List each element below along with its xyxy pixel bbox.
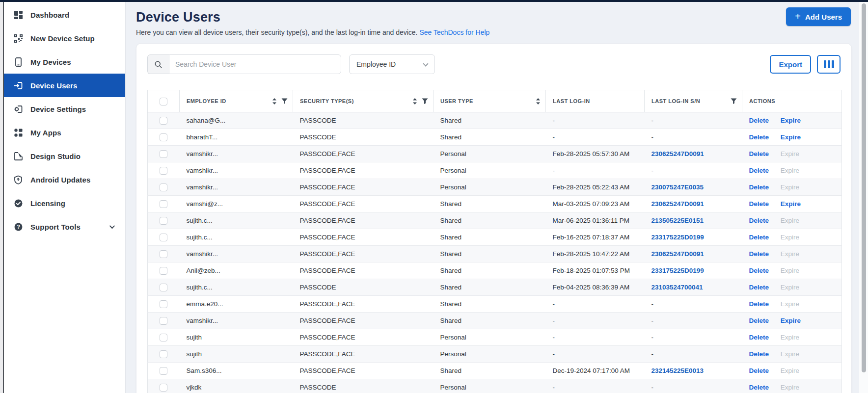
user-type-cell: Personal	[434, 329, 546, 346]
row-checkbox[interactable]	[160, 200, 167, 208]
actions-cell: Delete Expire	[742, 329, 842, 346]
column-header-employee_id[interactable]: EMPLOYEE ID	[180, 90, 293, 112]
filter-icon[interactable]	[731, 98, 737, 105]
row-checkbox[interactable]	[160, 133, 167, 141]
row-checkbox[interactable]	[160, 234, 167, 241]
expire-link[interactable]: Expire	[781, 117, 801, 124]
sidebar-item-licensing[interactable]: Licensing	[4, 191, 125, 215]
table-row: vamshi@z... PASSCODE,FACE Shared Mar-03-…	[148, 196, 842, 212]
serial-number-link[interactable]: 230625247D0091	[651, 200, 704, 208]
row-checkbox[interactable]	[160, 384, 167, 392]
sidebar-item-android-updates[interactable]: Android Updates	[4, 168, 125, 191]
row-checkbox[interactable]	[160, 250, 167, 258]
last-login-sn-cell: -	[645, 346, 742, 363]
delete-link[interactable]: Delete	[749, 234, 769, 241]
row-checkbox[interactable]	[160, 367, 167, 375]
sort-icon[interactable]	[412, 98, 417, 105]
sidebar-item-my-devices[interactable]: My Devices	[4, 50, 125, 74]
column-header-last_login_sn[interactable]: LAST LOG-IN S/N	[645, 90, 742, 112]
serial-number-link[interactable]: 233175225D0199	[651, 267, 704, 274]
serial-number-link[interactable]: 213505225E0151	[651, 217, 704, 224]
row-checkbox[interactable]	[160, 167, 167, 175]
page-subtitle: Here you can view all device users, thei…	[136, 28, 859, 36]
table-row: vamshikr... PASSCODE,FACE Shared - - Del…	[148, 313, 842, 329]
actions-cell: Delete Expire	[742, 162, 842, 179]
search-field-dropdown[interactable]: Employee ID	[349, 54, 435, 74]
row-checkbox[interactable]	[160, 334, 167, 341]
sidebar-item-device-settings[interactable]: Device Settings	[4, 97, 125, 121]
employee-id-cell: vamshikr...	[180, 162, 293, 179]
sidebar-nav: Dashboard New Device Setup My Devices De…	[4, 2, 126, 393]
serial-number-link[interactable]: 230625247D0091	[651, 150, 704, 157]
delete-link[interactable]: Delete	[749, 250, 769, 258]
last-login-sn-cell: -	[645, 129, 742, 146]
row-checkbox[interactable]	[160, 267, 167, 275]
select-all-checkbox[interactable]	[160, 98, 167, 105]
scrollbar-track[interactable]	[859, 0, 868, 393]
row-checkbox[interactable]	[160, 117, 167, 125]
actions-cell: Delete Expire	[742, 262, 842, 279]
sort-icon[interactable]	[272, 98, 277, 105]
filter-icon[interactable]	[281, 98, 288, 105]
sidebar-item-design-studio[interactable]: Design Studio	[4, 144, 125, 168]
expire-link[interactable]: Expire	[781, 133, 801, 141]
serial-number-link[interactable]: 233175225D0199	[651, 234, 704, 241]
column-settings-button[interactable]	[817, 55, 841, 74]
row-checkbox[interactable]	[160, 183, 167, 191]
delete-link[interactable]: Delete	[749, 384, 769, 391]
row-checkbox[interactable]	[160, 300, 167, 308]
employee-id-cell: Sam.s306...	[180, 363, 293, 379]
actions-cell: Delete Expire	[742, 246, 842, 262]
sidebar-item-my-apps[interactable]: My Apps	[4, 121, 125, 144]
add-users-button[interactable]: + Add Users	[786, 7, 851, 26]
scrollbar-thumb[interactable]	[862, 3, 866, 372]
delete-link[interactable]: Delete	[749, 150, 769, 157]
sidebar-item-device-users[interactable]: Device Users	[4, 74, 125, 97]
row-checkbox[interactable]	[160, 217, 167, 225]
sort-icon[interactable]	[536, 98, 541, 105]
serial-number-link[interactable]: 230625247D0091	[651, 250, 704, 258]
row-checkbox[interactable]	[160, 284, 167, 291]
serial-number-link[interactable]: 230075247E0035	[651, 183, 704, 191]
sidebar-item-dashboard[interactable]: Dashboard	[4, 3, 125, 26]
delete-link[interactable]: Delete	[749, 167, 769, 174]
techdocs-help-link[interactable]: See TechDocs for Help	[419, 28, 489, 36]
user-type-cell: Personal	[434, 379, 546, 393]
security-type-cell: PASSCODE	[293, 379, 434, 393]
delete-link[interactable]: Delete	[749, 350, 769, 358]
phone-icon	[13, 56, 24, 67]
row-checkbox[interactable]	[160, 350, 167, 358]
expire-link[interactable]: Expire	[781, 317, 801, 324]
delete-link[interactable]: Delete	[749, 300, 769, 308]
delete-link[interactable]: Delete	[749, 317, 769, 324]
delete-link[interactable]: Delete	[749, 183, 769, 191]
row-checkbox[interactable]	[160, 150, 167, 158]
delete-link[interactable]: Delete	[749, 334, 769, 341]
serial-number-link[interactable]: 232145225E0013	[651, 367, 704, 374]
delete-link[interactable]: Delete	[749, 367, 769, 374]
column-header-actions[interactable]: ACTIONS	[742, 90, 842, 112]
column-header-last_login[interactable]: LAST LOG-IN	[546, 90, 645, 112]
row-checkbox[interactable]	[160, 317, 167, 325]
sidebar-item-new-device-setup[interactable]: New Device Setup	[4, 26, 125, 50]
sidebar-item-label: Support Tools	[30, 223, 81, 231]
delete-link[interactable]: Delete	[749, 217, 769, 224]
delete-link[interactable]: Delete	[749, 284, 769, 291]
chevron-down-icon	[109, 223, 115, 229]
column-header-security[interactable]: SECURITY TYPE(S)	[293, 90, 434, 112]
serial-number-link[interactable]: 23103524700041	[651, 284, 703, 291]
last-login-sn-cell: -	[645, 296, 742, 313]
employee-id-cell: sahana@G...	[180, 112, 293, 129]
last-login-cell: -	[546, 296, 645, 313]
filter-icon[interactable]	[422, 98, 428, 105]
security-type-cell: PASSCODE,FACE	[293, 246, 434, 262]
expire-link[interactable]: Expire	[781, 200, 801, 208]
delete-link[interactable]: Delete	[749, 267, 769, 274]
delete-link[interactable]: Delete	[749, 133, 769, 141]
sidebar-item-support-tools[interactable]: ? Support Tools	[4, 215, 125, 238]
search-input[interactable]	[169, 54, 341, 74]
delete-link[interactable]: Delete	[749, 200, 769, 208]
delete-link[interactable]: Delete	[749, 117, 769, 124]
export-button[interactable]: Export	[770, 55, 811, 74]
column-header-user_type[interactable]: USER TYPE	[434, 90, 546, 112]
